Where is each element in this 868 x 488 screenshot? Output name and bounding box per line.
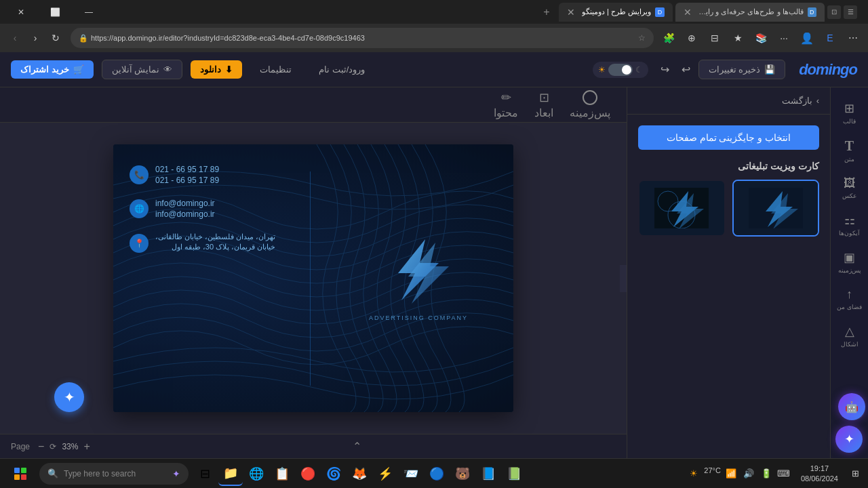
edge-icon[interactable]: Ε [821,28,840,47]
download-button[interactable]: ⬇ دانلود [191,60,242,79]
favorites-toolbar-icon[interactable]: ★ [728,28,747,47]
right-icon-sidebar: ⊞ قالب T متن 🖼 عکس ⚏ آیکون‌ها ▣ پس‌زم [830,87,868,458]
app7[interactable]: 🐻 [450,462,475,486]
close-button[interactable]: ✕ [5,3,37,22]
section-title: کارت ویزیت تبلیغاتی [638,161,819,171]
select-all-pages-button[interactable]: انتخاب و جایگزینی تمام صفحات [638,125,819,150]
edge-app[interactable]: 🌐 [244,462,269,486]
canvas-area: پس‌زمینه ⊡ ابعاد ✏ محتوا [0,87,627,458]
save-button[interactable]: 💾 ذخیره تغییرات [698,60,786,79]
app8[interactable]: 📘 [476,462,500,486]
subscribe-button[interactable]: 🛒 خرید اشتراک [11,60,94,79]
back-button[interactable]: ‹ [5,28,24,47]
download-icon: ⬇ [225,64,233,75]
more-options-icon[interactable]: ⋯ [844,28,863,47]
address-text: تهران، میدان فلسطین، خیابان طالقانی، خیا… [155,232,275,251]
forward-button[interactable]: › [26,28,45,47]
subscribe-label: خرید اشتراک [20,64,69,75]
scroll-up-button[interactable]: ⌃ [353,440,361,453]
canvas-bottom-bar: Page − ⟳ 33% + ⌃ [0,434,627,458]
zoom-in-button[interactable]: + [83,441,90,453]
collections-icon[interactable]: ⊕ [682,28,701,47]
notification-button[interactable]: ⊞ [848,466,863,481]
minimize-button[interactable]: — [73,3,104,22]
app4[interactable]: ⚡ [373,462,397,486]
bookmarks-icon[interactable]: 📚 [751,28,770,47]
background-icon-item[interactable]: ▣ پس‌زمینه [835,245,865,279]
taskview-button[interactable]: ⊟ [193,462,217,486]
tab-2-close[interactable]: ✕ [567,7,575,18]
new-tab-button[interactable]: + [537,3,556,22]
undo-button[interactable]: ↩ [677,60,694,79]
settings-button[interactable]: تنظیمات [250,60,301,79]
toggle-knob [622,65,631,75]
floating-edit-button[interactable]: ✦ [54,382,84,412]
toggle-slider[interactable] [608,64,633,76]
zoom-out-button[interactable]: − [38,441,44,453]
taskbar-search[interactable]: 🔍 Type here to search ✦ [39,463,189,485]
content-label: محتوا [494,106,518,119]
browser-menu-icon[interactable]: ··· [774,28,793,47]
file-explorer-app[interactable]: 📁 [218,462,243,486]
maximize-button[interactable]: ⬜ [39,3,71,22]
panel-toggle-arrow[interactable]: › [620,265,627,292]
back-button-panel[interactable]: › بازگشت [782,96,819,106]
redo-button[interactable]: ↪ [656,60,673,79]
zoom-spinner: ⟳ [50,442,56,451]
store-app[interactable]: 📋 [270,462,294,486]
login-button[interactable]: ورود/ثبت نام [309,60,374,79]
profile-icon[interactable]: 👤 [797,28,816,47]
extensions-icon[interactable]: 🧩 [659,28,678,47]
address-bar[interactable]: 🔒 https://app.domingo.ir/editor?industry… [71,28,654,48]
browser-tab-1[interactable]: D قالب‌ها و طرح‌های حرفه‌ای و رایگا... ✕ [675,3,825,22]
weather-icon[interactable]: ☀ [686,466,701,481]
phone-icon: 📞 [130,165,149,184]
myspace-icon-item[interactable]: ↑ فضای من [835,282,865,316]
battery-icon[interactable]: 🔋 [759,466,774,481]
window-menu-icon[interactable]: ☰ [844,5,857,19]
window-tabs-icon[interactable]: ⊡ [827,5,841,19]
app2[interactable]: 🌀 [321,462,346,486]
app1[interactable]: 🔴 [296,462,320,486]
keyboard-icon[interactable]: ⌨ [776,466,791,481]
dimensions-label: ابعاد [534,106,553,119]
dimensions-tool-btn[interactable]: ⊡ ابعاد [529,87,559,122]
app9[interactable]: 📗 [502,462,526,486]
app3[interactable]: 🦊 [347,462,372,486]
favorites-icon[interactable]: ☆ [638,33,646,43]
browser-tab-2[interactable]: D ویرایش طرح | دومینگو ✕ [559,3,673,22]
design-canvas[interactable]: .swirl { fill: none; stroke: #1a4a7a; st… [113,144,513,412]
shapes-icon-item[interactable]: △ اشکال [835,319,865,353]
text-icon-item[interactable]: T متن [835,133,865,168]
tab-1-close[interactable]: ✕ [684,7,692,18]
background-icon: ▣ [844,250,855,265]
refresh-button[interactable]: ↻ [46,28,65,47]
network-icon[interactable]: 📶 [724,466,738,481]
template-icon-item[interactable]: ⊞ قالب [835,96,865,130]
app5[interactable]: 📨 [399,462,423,486]
start-button[interactable] [5,459,35,489]
app-logo: domingo [799,61,857,79]
theme-toggle[interactable]: ☾ ☀ [593,62,648,78]
browser-tabs: ☰ ⊡ D قالب‌ها و طرح‌های حرفه‌ای و رایگا.… [104,0,863,24]
tab-1-label: قالب‌ها و طرح‌های حرفه‌ای و رایگا... [698,7,804,16]
ai-button[interactable]: 🤖 [838,393,865,420]
app6[interactable]: 🔵 [425,462,449,486]
template-card-2[interactable] [638,180,726,237]
canvas-wrapper: › .swirl { fill: none; stroke: #1a4a7a; … [0,123,627,434]
location-icon: 📍 [130,234,149,253]
split-view-icon[interactable]: ⊟ [705,28,724,47]
zoom-level: 33% [62,442,78,451]
address-2: خیابان قریمان، پلاک 30، طبقه اول [155,243,275,251]
magic-ai-button[interactable]: ✦ [835,426,863,453]
background-tool-btn[interactable]: پس‌زمینه [564,87,616,122]
content-tool-btn[interactable]: ✏ محتوا [488,87,524,122]
volume-icon[interactable]: 🔊 [741,466,756,481]
template-card-1[interactable] [732,180,820,237]
icons-icon-item[interactable]: ⚏ آیکون‌ها [835,207,865,242]
back-label: بازگشت [782,96,812,106]
clock[interactable]: 19:17 08/06/2024 [797,464,842,483]
preview-button[interactable]: 👁 نمایش آنلاین [102,60,183,79]
background-icon-label: پس‌زمینه [838,267,861,274]
photo-icon-item[interactable]: 🖼 عکس [835,171,865,205]
